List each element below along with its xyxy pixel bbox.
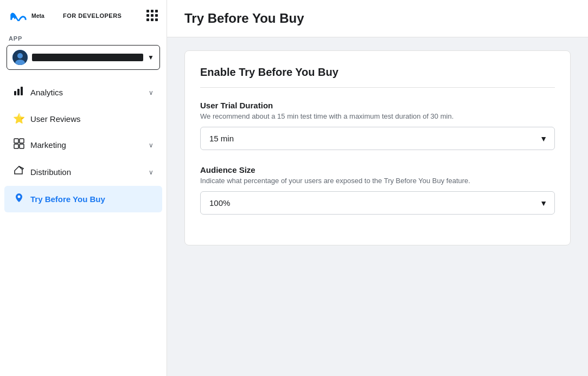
app-section-label: APP — [0, 28, 167, 45]
svg-rect-4 — [14, 91, 16, 95]
analytics-chevron: ∨ — [149, 89, 154, 96]
distribution-label: Distribution — [30, 167, 143, 177]
sidebar-nav: Analytics ∨ ⭐ User Reviews Marketing ∨ — [0, 79, 167, 213]
sidebar-item-analytics[interactable]: Analytics ∨ — [4, 79, 162, 106]
marketing-label: Marketing — [30, 140, 143, 150]
user-trial-duration-value: 15 min — [209, 134, 234, 143]
try-before-you-buy-label: Try Before You Buy — [30, 195, 154, 204]
analytics-label: Analytics — [30, 88, 143, 97]
avatar — [12, 50, 28, 65]
page-title: Try Before You Buy — [184, 11, 571, 26]
svg-rect-6 — [21, 87, 23, 95]
meta-logo: Meta FOR DEVELOPERS — [9, 10, 122, 21]
app-name — [32, 54, 143, 61]
analytics-icon — [13, 86, 25, 99]
svg-text:Meta: Meta — [31, 12, 44, 18]
page-title-bar: Try Before You Buy — [167, 0, 588, 37]
meta-wordmark: Meta — [31, 11, 60, 20]
user-trial-duration-section: User Trial Duration We recommend about a… — [200, 101, 555, 150]
user-trial-duration-label: User Trial Duration — [200, 101, 555, 110]
svg-rect-7 — [14, 139, 18, 143]
try-before-you-buy-icon — [13, 192, 25, 206]
svg-rect-8 — [14, 144, 18, 148]
meta-logo-icon — [9, 10, 28, 21]
main-content: Try Before You Buy Enable Try Before You… — [167, 0, 588, 376]
user-trial-duration-select[interactable]: 15 min — [200, 127, 555, 150]
audience-size-label: Audience Size — [200, 165, 555, 174]
content-area: Enable Try Before You Buy User Trial Dur… — [167, 37, 588, 258]
distribution-chevron: ∨ — [149, 168, 154, 176]
svg-rect-9 — [20, 139, 24, 143]
sidebar-item-user-reviews[interactable]: ⭐ User Reviews — [4, 106, 162, 131]
user-reviews-icon: ⭐ — [13, 113, 25, 125]
user-trial-duration-description: We recommend about a 15 min test time wi… — [200, 112, 555, 120]
sidebar-item-distribution[interactable]: Distribution ∨ — [4, 159, 162, 185]
card-title: Enable Try Before You Buy — [200, 66, 555, 88]
svg-point-11 — [18, 196, 21, 198]
sidebar-item-try-before-you-buy[interactable]: Try Before You Buy — [4, 186, 162, 212]
enable-card: Enable Try Before You Buy User Trial Dur… — [184, 50, 571, 245]
audience-size-value: 100% — [209, 198, 230, 208]
svg-rect-5 — [17, 89, 20, 95]
grid-menu-icon[interactable] — [146, 10, 158, 21]
sidebar-header: Meta FOR DEVELOPERS — [0, 0, 167, 28]
marketing-icon — [13, 138, 25, 152]
svg-rect-10 — [20, 144, 24, 148]
user-reviews-label: User Reviews — [30, 114, 154, 124]
user-trial-duration-select-wrapper: 15 min ▼ — [200, 127, 555, 150]
for-developers-label: FOR DEVELOPERS — [63, 12, 122, 19]
audience-size-select[interactable]: 100% — [200, 191, 555, 215]
svg-point-2 — [17, 53, 23, 59]
sidebar: Meta FOR DEVELOPERS APP ▼ — [0, 0, 167, 376]
marketing-chevron: ∨ — [149, 141, 154, 149]
app-selector-chevron: ▼ — [148, 54, 154, 61]
audience-size-description: Indicate what percentage of your users a… — [200, 177, 555, 185]
sidebar-item-marketing[interactable]: Marketing ∨ — [4, 132, 162, 158]
app-selector[interactable]: ▼ — [7, 45, 160, 70]
distribution-icon — [13, 165, 25, 179]
audience-size-select-wrapper: 100% ▼ — [200, 191, 555, 215]
audience-size-section: Audience Size Indicate what percentage o… — [200, 165, 555, 215]
